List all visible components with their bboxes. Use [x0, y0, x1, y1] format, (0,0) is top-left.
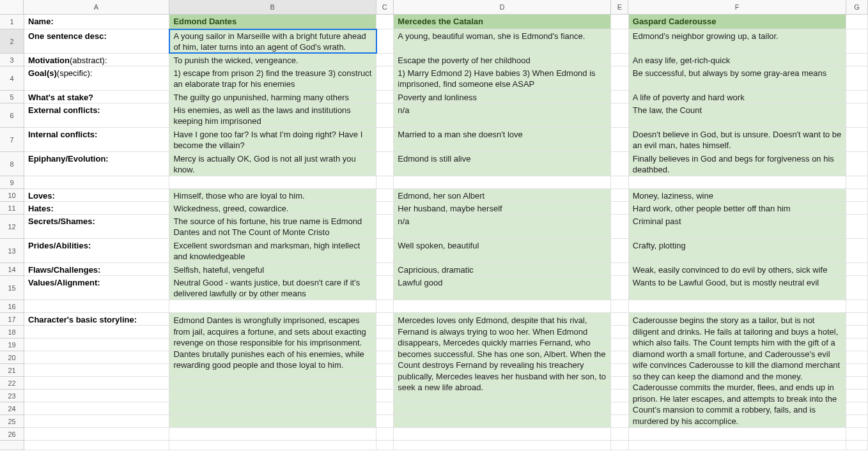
- row-header-4[interactable]: 4: [0, 66, 24, 91]
- cell-D6[interactable]: n/a: [394, 103, 611, 127]
- col-header-E[interactable]: E: [611, 0, 628, 14]
- cell-A10[interactable]: Loves:: [24, 189, 169, 201]
- cell-D16[interactable]: [394, 300, 611, 312]
- cell-F3[interactable]: An easy life, get-rich-quick: [629, 54, 846, 66]
- cell-E25[interactable]: [611, 415, 629, 427]
- cell-F11[interactable]: Hard work, other people better off than …: [629, 202, 846, 214]
- cell-D8[interactable]: Edmond is still alive: [394, 152, 611, 176]
- cell-G24[interactable]: [846, 402, 868, 414]
- cell-E1[interactable]: [611, 15, 629, 29]
- cell-F17[interactable]: Caderousse begins the story as a tailor,…: [629, 313, 846, 325]
- cell-A1[interactable]: Name:: [24, 15, 169, 29]
- cell-F12[interactable]: Criminal past: [629, 215, 846, 238]
- cell-C1[interactable]: [376, 15, 394, 29]
- cell-D3[interactable]: Escape the poverty of her childhood: [394, 54, 611, 66]
- cell-C15[interactable]: [376, 276, 394, 300]
- cell-A15[interactable]: Values/Alignment:: [24, 276, 169, 300]
- cell-G16[interactable]: [846, 300, 868, 312]
- cell-G1[interactable]: [846, 15, 868, 29]
- cell-D27[interactable]: [394, 441, 611, 450]
- cell-E24[interactable]: [611, 402, 629, 414]
- row-header-24[interactable]: 24: [0, 402, 24, 415]
- cell-F10[interactable]: Money, laziness, wine: [629, 189, 846, 201]
- cell-A4[interactable]: Goal(s) (specific):: [24, 66, 169, 90]
- cell-A22[interactable]: [24, 377, 169, 389]
- cell-D10[interactable]: Edmond, her son Albert: [394, 189, 611, 201]
- row-header-9[interactable]: 9: [0, 176, 24, 189]
- cell-C8[interactable]: [376, 152, 394, 176]
- cell-A25[interactable]: [24, 415, 169, 427]
- cell-A11[interactable]: Hates:: [24, 202, 169, 214]
- cell-E4[interactable]: [611, 66, 629, 90]
- row-header-27[interactable]: [0, 441, 24, 450]
- row-header-7[interactable]: 7: [0, 128, 24, 152]
- cell-F5[interactable]: A life of poverty and hard work: [629, 91, 846, 103]
- cell-C11[interactable]: [376, 202, 394, 214]
- col-header-F[interactable]: F: [628, 0, 846, 14]
- cell-B22[interactable]: [169, 377, 376, 389]
- cell-E21[interactable]: [611, 364, 629, 376]
- col-header-D[interactable]: D: [394, 0, 611, 14]
- cell-F14[interactable]: Weak, easily convinced to do evil by oth…: [629, 263, 846, 275]
- cell-E6[interactable]: [611, 103, 629, 127]
- cell-D1[interactable]: Mercedes the Catalan: [394, 15, 611, 29]
- row-header-12[interactable]: 12: [0, 215, 24, 239]
- cell-F15[interactable]: Wants to be Lawful Good, but is mostly n…: [629, 276, 846, 300]
- cell-G13[interactable]: [846, 239, 868, 262]
- cell-G20[interactable]: [846, 351, 868, 363]
- cell-F6[interactable]: The law, the Count: [629, 103, 846, 127]
- row-header-6[interactable]: 6: [0, 103, 24, 128]
- cell-E5[interactable]: [611, 91, 629, 103]
- cell-D17[interactable]: Mercedes loves only Edmond, despite that…: [394, 313, 611, 325]
- row-header-21[interactable]: 21: [0, 364, 24, 377]
- row-header-19[interactable]: 19: [0, 338, 24, 351]
- cell-B3[interactable]: To punish the wicked, vengeance.: [169, 54, 376, 66]
- cell-G17[interactable]: [846, 313, 868, 325]
- cell-E23[interactable]: [611, 390, 629, 402]
- cell-F4[interactable]: Be successful, but always by some gray-a…: [629, 66, 846, 90]
- cell-D7[interactable]: Married to a man she doesn't love: [394, 128, 611, 151]
- cell-E8[interactable]: [611, 152, 629, 176]
- cell-E7[interactable]: [611, 128, 629, 151]
- cell-B27[interactable]: [169, 441, 376, 450]
- cell-B16[interactable]: [169, 300, 376, 312]
- cell-B23[interactable]: [169, 390, 376, 402]
- row-header-8[interactable]: 8: [0, 152, 24, 176]
- cell-D24[interactable]: [394, 402, 611, 414]
- cell-D12[interactable]: n/a: [394, 215, 611, 238]
- cell-F7[interactable]: Doesn't believe in God, but is unsure. D…: [629, 128, 846, 151]
- cell-C6[interactable]: [376, 103, 394, 127]
- cell-G14[interactable]: [846, 263, 868, 275]
- row-header-2[interactable]: 2: [0, 29, 24, 54]
- cell-D26[interactable]: [394, 428, 611, 440]
- cell-B1[interactable]: Edmond Dantes: [169, 15, 376, 29]
- cell-G9[interactable]: [846, 176, 868, 188]
- cell-F2[interactable]: Edmond's neighbor growing up, a tailor.: [629, 29, 846, 53]
- cell-E22[interactable]: [611, 377, 629, 389]
- row-header-1[interactable]: 1: [0, 15, 24, 29]
- row-header-20[interactable]: 20: [0, 351, 24, 364]
- cell-G27[interactable]: [846, 441, 868, 450]
- cell-E26[interactable]: [611, 428, 629, 440]
- cell-D13[interactable]: Well spoken, beautiful: [394, 239, 611, 262]
- row-header-18[interactable]: 18: [0, 326, 24, 338]
- cell-E18[interactable]: [611, 326, 629, 338]
- cell-C20[interactable]: [376, 351, 394, 363]
- cell-G7[interactable]: [846, 128, 868, 151]
- cell-D15[interactable]: Lawful good: [394, 276, 611, 300]
- cell-G26[interactable]: [846, 428, 868, 440]
- cell-G18[interactable]: [846, 326, 868, 338]
- cell-E19[interactable]: [611, 338, 629, 351]
- cell-E20[interactable]: [611, 351, 629, 363]
- cell-C9[interactable]: [376, 176, 394, 188]
- cell-G6[interactable]: [846, 103, 868, 127]
- row-header-22[interactable]: 22: [0, 377, 24, 390]
- cell-E2[interactable]: [611, 29, 629, 53]
- cell-C12[interactable]: [376, 215, 394, 238]
- cell-E10[interactable]: [611, 189, 629, 201]
- cell-D14[interactable]: Capricious, dramatic: [394, 263, 611, 275]
- row-header-14[interactable]: 14: [0, 263, 24, 276]
- cell-B25[interactable]: [169, 415, 376, 427]
- cell-G25[interactable]: [846, 415, 868, 427]
- cell-G8[interactable]: [846, 152, 868, 176]
